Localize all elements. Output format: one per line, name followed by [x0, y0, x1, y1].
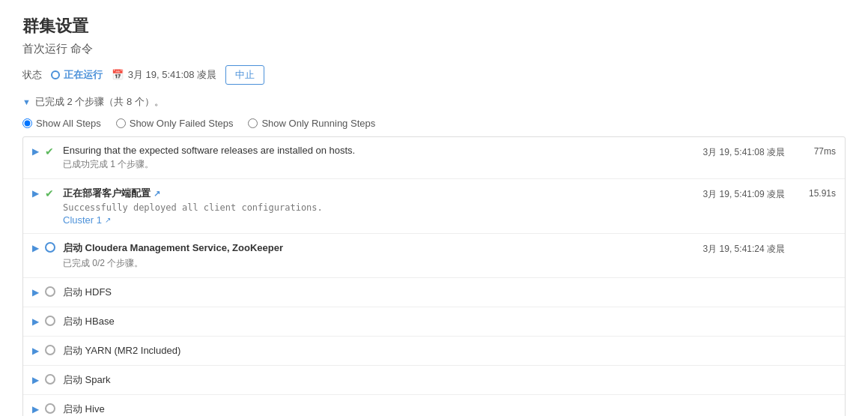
- step-row-4: ▶ 启动 HDFS: [23, 278, 845, 307]
- step-subtitle-2: Successfully deployed all client configu…: [63, 202, 674, 213]
- step-content-7: 启动 Spark: [63, 373, 674, 387]
- progress-text: 已完成 2 个步骤（共 8 个）。: [35, 95, 164, 109]
- step-title-5: 启动 HBase: [63, 315, 674, 328]
- step-row-1: ▶ ✔ Ensuring that the expected software …: [23, 137, 845, 179]
- step-title-6: 启动 YARN (MR2 Included): [63, 344, 674, 358]
- step-icon-4: [45, 286, 57, 298]
- steps-container: ▶ ✔ Ensuring that the expected software …: [22, 136, 846, 416]
- step-time-2: 3月 19, 5:41:09 凌晨: [680, 188, 785, 201]
- datetime-separator: 📅 3月 19, 5:41:08 凌晨: [112, 68, 216, 82]
- running-circle-icon: [51, 70, 60, 79]
- step-content-3: 启动 Cloudera Management Service, ZooKeepe…: [63, 241, 674, 270]
- step-content-2: 正在部署客户端配置 ↗Successfully deployed all cli…: [63, 187, 674, 226]
- filter-failed-steps[interactable]: Show Only Failed Steps: [116, 118, 234, 129]
- filter-all-label: Show All Steps: [36, 118, 101, 129]
- pending-icon: [45, 345, 55, 355]
- step-main-4: ▶ 启动 HDFS: [23, 278, 845, 307]
- step-icon-3: [45, 242, 57, 254]
- step-row-7: ▶ 启动 Spark: [23, 366, 845, 395]
- step-title-7: 启动 Spark: [63, 373, 674, 387]
- expand-icon-3[interactable]: ▶: [32, 243, 39, 253]
- expand-icon-2[interactable]: ▶: [32, 188, 39, 199]
- step-icon-7: [45, 374, 57, 386]
- step-content-4: 启动 HDFS: [63, 286, 674, 299]
- running-icon: [45, 242, 55, 253]
- chevron-down-icon: ▼: [22, 97, 31, 106]
- step-main-6: ▶ 启动 YARN (MR2 Included): [23, 337, 845, 365]
- step-subtitle-1: 已成功完成 1 个步骤。: [63, 158, 674, 171]
- step-content-1: Ensuring that the expected software rele…: [63, 145, 674, 171]
- filter-running-radio[interactable]: [248, 118, 258, 128]
- cluster-anchor-2[interactable]: Cluster 1: [63, 214, 102, 226]
- step-row-3: ▶ 启动 Cloudera Management Service, ZooKee…: [23, 234, 845, 278]
- step-title-4: 启动 HDFS: [63, 286, 674, 299]
- step-time-3: 3月 19, 5:41:24 凌晨: [680, 243, 785, 256]
- pending-icon: [45, 403, 55, 414]
- sub-title: 首次运行 命令: [22, 42, 846, 56]
- expand-icon-1[interactable]: ▶: [32, 146, 39, 157]
- step-duration-1: 77ms: [791, 146, 836, 157]
- step-content-5: 启动 HBase: [63, 315, 674, 328]
- external-link-icon-title: ↗: [154, 189, 160, 198]
- success-icon: ✔: [45, 187, 54, 199]
- step-row-5: ▶ 启动 HBase: [23, 307, 845, 337]
- step-content-6: 启动 YARN (MR2 Included): [63, 344, 674, 358]
- step-title-1: Ensuring that the expected software rele…: [63, 145, 674, 156]
- expand-icon-6[interactable]: ▶: [32, 346, 39, 356]
- status-bar: 状态 正在运行 📅 3月 19, 5:41:08 凌晨 中止: [22, 65, 846, 85]
- step-main-3: ▶ 启动 Cloudera Management Service, ZooKee…: [23, 234, 845, 277]
- filter-failed-label: Show Only Failed Steps: [130, 118, 234, 129]
- step-duration-2: 15.91s: [791, 188, 836, 199]
- step-subtitle-3: 已完成 0/2 个步骤。: [63, 257, 674, 270]
- step-main-8: ▶ 启动 Hive: [23, 395, 845, 416]
- datetime-value: 3月 19, 5:41:08 凌晨: [128, 69, 217, 80]
- filter-failed-radio[interactable]: [116, 118, 126, 128]
- stop-button[interactable]: 中止: [225, 65, 264, 85]
- cluster-link-2[interactable]: Cluster 1 ↗: [63, 214, 674, 226]
- cluster-ext-icon: ↗: [105, 216, 111, 224]
- status-text: 正在运行: [64, 68, 103, 82]
- calendar-icon: 📅: [112, 69, 124, 80]
- step-icon-1: ✔: [45, 145, 57, 157]
- step-title-8: 启动 Hive: [63, 403, 674, 416]
- expand-icon-4[interactable]: ▶: [32, 287, 39, 298]
- progress-summary: ▼ 已完成 2 个步骤（共 8 个）。: [22, 95, 846, 109]
- step-icon-6: [45, 345, 57, 357]
- page-title: 群集设置: [22, 15, 846, 37]
- step-title-3: 启动 Cloudera Management Service, ZooKeepe…: [63, 241, 674, 255]
- expand-icon-8[interactable]: ▶: [32, 404, 39, 415]
- step-title-2: 正在部署客户端配置 ↗: [63, 187, 674, 200]
- step-main-1: ▶ ✔ Ensuring that the expected software …: [23, 137, 845, 178]
- step-content-8: 启动 Hive: [63, 403, 674, 416]
- filter-running-steps[interactable]: Show Only Running Steps: [248, 118, 375, 129]
- expand-icon-5[interactable]: ▶: [32, 316, 39, 327]
- filter-running-label: Show Only Running Steps: [261, 118, 375, 129]
- filter-all-radio[interactable]: [22, 118, 32, 128]
- status-running: 正在运行: [51, 68, 103, 82]
- step-row-6: ▶ 启动 YARN (MR2 Included): [23, 337, 845, 366]
- step-icon-8: [45, 403, 57, 415]
- step-icon-5: [45, 316, 57, 328]
- step-row-8: ▶ 启动 Hive: [23, 395, 845, 416]
- step-main-2: ▶ ✔ 正在部署客户端配置 ↗Successfully deployed all…: [23, 179, 845, 233]
- step-main-5: ▶ 启动 HBase: [23, 307, 845, 336]
- step-icon-2: ✔: [45, 187, 57, 199]
- expand-icon-7[interactable]: ▶: [32, 375, 39, 385]
- status-label: 状态: [22, 68, 42, 82]
- filter-all-steps[interactable]: Show All Steps: [22, 118, 101, 129]
- pending-icon: [45, 286, 55, 297]
- step-row-2: ▶ ✔ 正在部署客户端配置 ↗Successfully deployed all…: [23, 179, 845, 234]
- success-icon: ✔: [45, 145, 54, 157]
- pending-icon: [45, 316, 55, 326]
- step-main-7: ▶ 启动 Spark: [23, 366, 845, 394]
- step-time-1: 3月 19, 5:41:08 凌晨: [680, 146, 785, 159]
- filter-bar: Show All Steps Show Only Failed Steps Sh…: [22, 118, 846, 129]
- pending-icon: [45, 374, 55, 385]
